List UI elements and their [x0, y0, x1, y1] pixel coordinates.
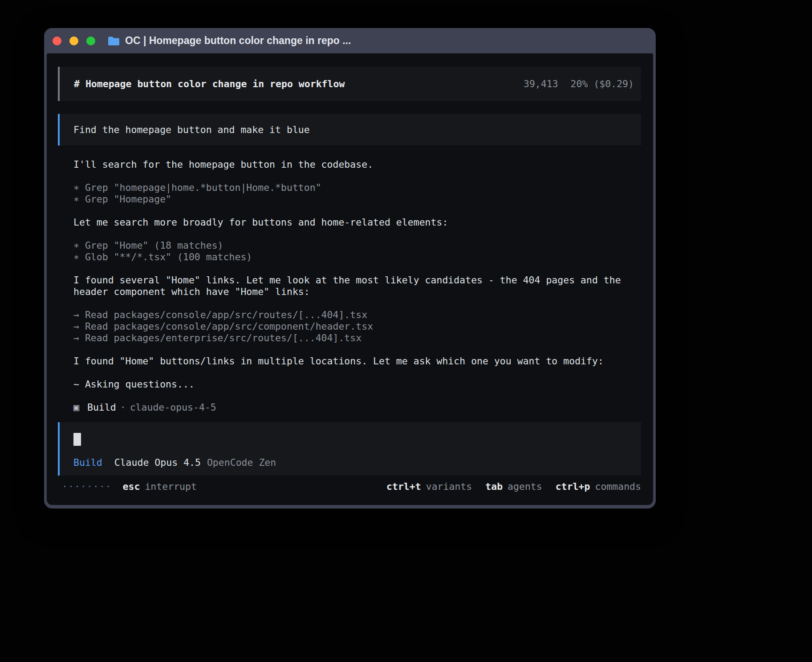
session-stats: 39,41320% ($0.29) — [524, 78, 634, 89]
zoom-window-button[interactable] — [86, 36, 95, 45]
tool-call-block: ∗ Grep "Home" (18 matches)∗ Glob "**/*.t… — [73, 240, 641, 263]
assistant-text-block: I found "Home" buttons/links in multiple… — [73, 355, 641, 367]
agent-separator: · — [120, 402, 126, 413]
provider-label: OpenCode Zen — [207, 457, 276, 468]
tool-call-line: ∗ Grep "Homepage" — [73, 194, 641, 205]
hint-key[interactable]: tab — [485, 481, 503, 492]
esc-key-hint[interactable]: esc — [123, 481, 140, 492]
agent-icon: ▣ — [73, 402, 79, 413]
session-header: # Homepage button color change in repo w… — [58, 67, 641, 101]
model-label[interactable]: Claude Opus 4.5 — [114, 457, 201, 468]
assistant-text-line: Let me search more broadly for buttons a… — [73, 217, 640, 228]
status-bar: ········ esc interrupt ctrl+tvariantstab… — [58, 481, 641, 492]
status-bar-left: ········ esc interrupt — [62, 481, 197, 492]
mode-label[interactable]: Build — [73, 457, 102, 468]
assistant-text-line: I found "Home" buttons/links in multiple… — [73, 355, 640, 367]
progress-dots: ········ — [62, 481, 112, 492]
hint-label: variants — [426, 481, 472, 492]
tool-call-line: ∗ Glob "**/*.tsx" (100 matches) — [73, 251, 641, 263]
tool-call-line: → Read packages/console/app/src/routes/[… — [73, 309, 641, 321]
transcript: I'll search for the homepage button in t… — [58, 159, 641, 390]
assistant-text-line: I found several "Home" links. Let me loo… — [73, 274, 640, 298]
keyboard-hint: ctrl+tvariants — [386, 481, 472, 492]
status-bar-right: ctrl+tvariantstabagentsctrl+pcommands — [373, 481, 641, 492]
hint-key[interactable]: ctrl+t — [386, 481, 421, 492]
minimize-window-button[interactable] — [69, 36, 78, 45]
assistant-text-line: I'll search for the homepage button in t… — [73, 159, 640, 170]
assistant-text-line: ~ Asking questions... — [73, 379, 640, 390]
assistant-text-block: ~ Asking questions... — [73, 379, 641, 390]
text-cursor — [73, 433, 81, 446]
user-message-text: Find the homepage button and make it blu… — [73, 124, 310, 135]
assistant-text-block: I'll search for the homepage button in t… — [73, 159, 641, 170]
folder-icon — [108, 36, 120, 46]
session-title: # Homepage button color change in repo w… — [74, 78, 345, 89]
agent-name: Build — [87, 402, 116, 413]
input-meta: BuildClaude Opus 4.5OpenCode Zen — [73, 457, 276, 468]
tool-call-block: ∗ Grep "homepage|home.*button|Home.*butt… — [73, 182, 641, 205]
hint-label: commands — [595, 481, 641, 492]
hint-label: agents — [508, 481, 542, 492]
assistant-text-block: Let me search more broadly for buttons a… — [73, 217, 641, 228]
window-titlebar[interactable]: OC | Homepage button color change in rep… — [44, 28, 656, 53]
prompt-input[interactable]: BuildClaude Opus 4.5OpenCode Zen — [58, 422, 641, 476]
agent-status-row: ▣Build·claude-opus-4-5 — [58, 402, 641, 413]
window-title: OC | Homepage button color change in rep… — [125, 35, 351, 47]
keyboard-hint: ctrl+pcommands — [556, 481, 641, 492]
tool-call-line: ∗ Grep "Home" (18 matches) — [73, 240, 641, 251]
assistant-text-block: I found several "Home" links. Let me loo… — [73, 274, 641, 298]
terminal-window: OC | Homepage button color change in rep… — [44, 28, 656, 509]
tool-call-line: → Read packages/enterprise/src/routes/[.… — [73, 332, 641, 344]
close-window-button[interactable] — [53, 36, 61, 45]
token-count: 39,413 — [524, 78, 558, 89]
agent-model: claude-opus-4-5 — [130, 402, 216, 413]
terminal-content: # Homepage button color change in repo w… — [47, 53, 653, 505]
traffic-lights — [53, 36, 95, 45]
user-message: Find the homepage button and make it blu… — [58, 114, 641, 145]
tool-call-line: ∗ Grep "homepage|home.*button|Home.*butt… — [73, 182, 641, 194]
tool-call-line: → Read packages/console/app/src/componen… — [73, 321, 641, 332]
keyboard-hint: tabagents — [485, 481, 542, 492]
hint-key[interactable]: ctrl+p — [556, 481, 590, 492]
context-cost: 20% ($0.29) — [571, 78, 634, 89]
esc-key-label: interrupt — [145, 481, 197, 492]
tool-call-block: → Read packages/console/app/src/routes/[… — [73, 309, 641, 344]
